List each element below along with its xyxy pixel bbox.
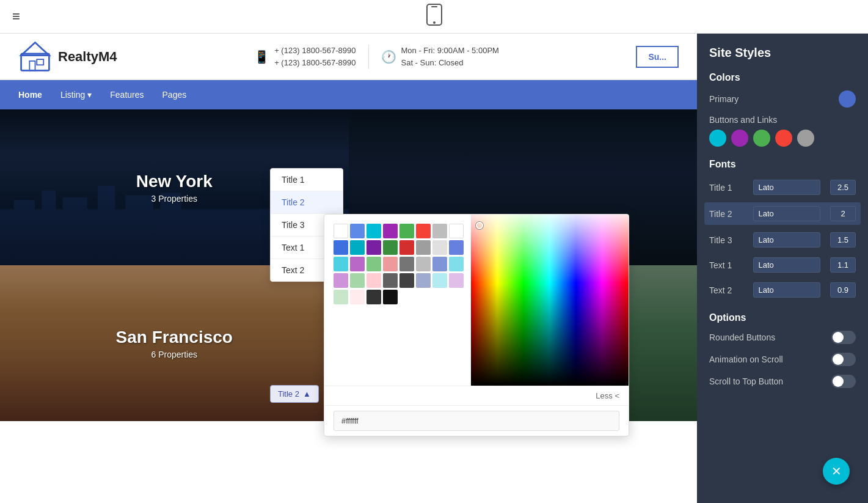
swatch-gray3[interactable] bbox=[399, 257, 414, 271]
nav-features[interactable]: Features bbox=[110, 90, 144, 100]
color-dot-gray[interactable] bbox=[797, 130, 814, 147]
option-row-animation: Animation on Scroll bbox=[709, 353, 856, 366]
option-label-animation: Animation on Scroll bbox=[709, 354, 783, 364]
font-row-title3: Title 3 Lato bbox=[709, 230, 856, 250]
font-type-title2[interactable]: Title 2 bbox=[271, 191, 343, 214]
font-size-title1[interactable] bbox=[830, 180, 856, 195]
swatch-gray1[interactable] bbox=[432, 224, 447, 238]
logo-icon bbox=[18, 40, 52, 73]
swatch-cyan4[interactable] bbox=[449, 257, 464, 271]
swatch-blue3[interactable] bbox=[449, 240, 464, 255]
contact-info: 📱 + (123) 1800-567-8990 + (123) 1800-567… bbox=[254, 45, 499, 69]
color-gradient-canvas[interactable] bbox=[471, 215, 629, 386]
swatch-purple[interactable] bbox=[383, 224, 398, 238]
swatch-black[interactable] bbox=[383, 290, 398, 304]
swatch-red5[interactable] bbox=[350, 290, 365, 304]
swatch-blue4[interactable] bbox=[432, 257, 447, 271]
color-dot-green[interactable] bbox=[753, 130, 770, 147]
font-type-title1[interactable]: Title 1 bbox=[271, 169, 343, 191]
svg-rect-8 bbox=[14, 200, 35, 265]
swatch-purple3[interactable] bbox=[350, 257, 365, 271]
swatch-red4[interactable] bbox=[367, 273, 381, 288]
font-select-text2[interactable]: Lato bbox=[753, 282, 820, 298]
swatch-green2[interactable] bbox=[383, 240, 398, 255]
swatch-dgray1[interactable] bbox=[383, 273, 398, 288]
swatch-purple5[interactable] bbox=[449, 273, 464, 288]
swatch-white2[interactable] bbox=[449, 224, 464, 238]
primary-color-row: Primary bbox=[709, 90, 856, 108]
swatch-red3[interactable] bbox=[383, 257, 398, 271]
close-panel-button[interactable]: ✕ bbox=[823, 458, 850, 485]
swatch-gray4[interactable] bbox=[416, 257, 431, 271]
svg-rect-5 bbox=[29, 61, 35, 71]
font-select-text1[interactable]: Lato bbox=[753, 257, 820, 273]
swatch-blue1[interactable] bbox=[350, 224, 365, 238]
swatch-purple4[interactable] bbox=[334, 273, 348, 288]
svg-rect-9 bbox=[42, 191, 56, 265]
swatch-lgray[interactable] bbox=[432, 240, 447, 255]
color-dot-red[interactable] bbox=[775, 130, 792, 147]
panel-title: Site Styles bbox=[709, 46, 856, 60]
hex-input-area bbox=[324, 405, 629, 436]
swatch-green3[interactable] bbox=[367, 257, 381, 271]
swatch-blue2[interactable] bbox=[334, 240, 348, 255]
subscribe-button[interactable]: Su... bbox=[636, 46, 679, 68]
hex-input[interactable] bbox=[334, 411, 619, 431]
swatch-white[interactable] bbox=[334, 224, 348, 238]
swatch-green4[interactable] bbox=[350, 273, 365, 288]
swatch-red2[interactable] bbox=[399, 240, 414, 255]
swatch-green5[interactable] bbox=[334, 290, 348, 304]
city-props-newyork: 3 Properties bbox=[136, 194, 213, 204]
font-select-title3[interactable]: Lato bbox=[753, 232, 820, 248]
swatch-purple2[interactable] bbox=[367, 240, 381, 255]
color-picker-less-row: Less < bbox=[324, 386, 629, 405]
swatch-cyan[interactable] bbox=[367, 224, 381, 238]
nav-home[interactable]: Home bbox=[18, 90, 42, 100]
color-dot-purple[interactable] bbox=[731, 130, 748, 147]
swatch-red1[interactable] bbox=[416, 224, 431, 238]
primary-label: Primary bbox=[709, 94, 739, 104]
phone-block: 📱 + (123) 1800-567-8990 + (123) 1800-567… bbox=[254, 45, 356, 68]
city-name-sf: San Francisco bbox=[116, 328, 233, 347]
selected-font-badge[interactable]: Title 2 ▲ bbox=[270, 385, 319, 403]
hours-text: Mon - Fri: 9:00AM - 5:00PM Sat - Sun: Cl… bbox=[401, 45, 499, 68]
clock-icon: 🕐 bbox=[381, 50, 396, 64]
option-label-scroll: Scroll to Top Button bbox=[709, 376, 783, 386]
logo-area: RealtyM4 bbox=[18, 40, 117, 73]
swatch-blue5[interactable] bbox=[416, 273, 431, 288]
svg-rect-13 bbox=[160, 193, 181, 265]
svg-rect-11 bbox=[98, 186, 115, 265]
font-size-text1[interactable] bbox=[830, 257, 856, 273]
nav-pages[interactable]: Pages bbox=[162, 90, 187, 100]
swatch-cyan2[interactable] bbox=[350, 240, 365, 255]
nav-listing[interactable]: Listing ▾ bbox=[60, 90, 92, 100]
color-dot-teal[interactable] bbox=[709, 130, 726, 147]
city-info-sf: San Francisco 6 Properties bbox=[116, 328, 233, 359]
toggle-animation[interactable] bbox=[831, 353, 856, 366]
mobile-device-icon[interactable] bbox=[426, 3, 443, 31]
buttons-links-label: Buttons and Links bbox=[709, 115, 856, 125]
svg-rect-12 bbox=[125, 195, 153, 265]
less-link[interactable]: Less < bbox=[596, 391, 619, 400]
svg-rect-10 bbox=[63, 197, 87, 265]
primary-color-dot[interactable] bbox=[839, 90, 856, 108]
swatch-cyan3[interactable] bbox=[334, 257, 348, 271]
color-swatches bbox=[324, 215, 471, 386]
color-cursor[interactable] bbox=[476, 222, 483, 229]
swatch-dgray2[interactable] bbox=[399, 273, 414, 288]
option-row-scroll: Scroll to Top Button bbox=[709, 375, 856, 388]
hamburger-icon[interactable]: ≡ bbox=[12, 9, 20, 24]
swatch-gray2[interactable] bbox=[416, 240, 431, 255]
option-row-rounded: Rounded Buttons bbox=[709, 331, 856, 344]
toggle-scroll[interactable] bbox=[831, 375, 856, 388]
font-select-title2[interactable]: Lato bbox=[753, 206, 820, 221]
font-select-title1[interactable]: Lato bbox=[753, 180, 820, 195]
logo-text: RealtyM4 bbox=[58, 49, 117, 65]
swatch-green1[interactable] bbox=[399, 224, 414, 238]
swatch-vdgray[interactable] bbox=[367, 290, 381, 304]
swatch-cyan5[interactable] bbox=[432, 273, 447, 288]
font-size-title2[interactable] bbox=[830, 206, 856, 221]
toggle-rounded[interactable] bbox=[831, 331, 856, 344]
font-size-title3[interactable] bbox=[830, 232, 856, 248]
font-size-text2[interactable] bbox=[830, 282, 856, 298]
